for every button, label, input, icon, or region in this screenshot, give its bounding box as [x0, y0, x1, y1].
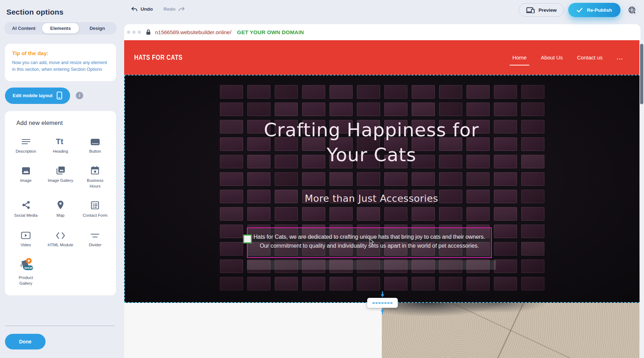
wall-tile [384, 207, 407, 221]
wall-tile [521, 85, 544, 99]
divider [5, 326, 115, 326]
nav-home[interactable]: Home [512, 52, 527, 63]
wall-tile [275, 85, 298, 99]
site-preview-pane: n1566589.websitebuilder.online/ GET YOUR… [124, 24, 640, 358]
element-map[interactable]: Map [43, 199, 78, 219]
edit-mobile-layout-button[interactable]: Edit mobile layout [5, 88, 70, 104]
wall-tile [494, 277, 517, 290]
wall-tile [521, 259, 544, 273]
wall-tile [302, 172, 325, 186]
section-options-panel: Section options AI Content Elements Desi… [0, 0, 121, 358]
divider-icon [90, 228, 100, 239]
wall-tile [494, 137, 517, 151]
wall-tile [494, 190, 517, 203]
wall-tile [247, 102, 270, 116]
element-social-media[interactable]: Social Media [9, 199, 43, 219]
hero-section-selected[interactable]: Crafting Happiness for Your Cats More th… [124, 75, 640, 303]
element-button[interactable]: Button [78, 135, 112, 154]
element-label: Product Gallery [13, 275, 39, 286]
element-label: Description [16, 149, 36, 154]
wall-tile [220, 207, 243, 221]
wall-tile [384, 85, 407, 99]
wall-tile [521, 172, 544, 186]
lock-icon [146, 29, 151, 35]
hero-heading[interactable]: Crafting Happiness for Your Cats [247, 117, 496, 167]
element-description[interactable]: Description [9, 135, 43, 154]
nav-more-ellipsis[interactable]: ... [616, 52, 624, 63]
wall-tile [357, 172, 380, 186]
element-label: Contact Form [83, 213, 107, 219]
site-url[interactable]: n1566589.websitebuilder.online/ [155, 29, 231, 35]
browser-dots [127, 31, 141, 34]
wall-tile [494, 102, 517, 116]
wall-tile [494, 225, 517, 238]
element-label: Social Media [14, 213, 38, 219]
element-divider[interactable]: Divider [78, 228, 112, 248]
element-image[interactable]: Image [9, 164, 43, 189]
nav-contact-us[interactable]: Contact us [576, 52, 603, 63]
html-module-icon [56, 228, 65, 239]
wall-tile [329, 277, 353, 290]
wall-tile [521, 137, 544, 151]
wall-tile [494, 242, 517, 256]
redo-label: Redo [164, 6, 176, 12]
browser-chrome-bar: n1566589.websitebuilder.online/ GET YOUR… [124, 24, 640, 40]
contact-form-icon [91, 199, 99, 210]
wall-tile [521, 102, 544, 116]
redo-button[interactable]: Redo [164, 6, 185, 12]
element-contact-form[interactable]: Contact Form [78, 199, 112, 219]
wall-tile [384, 102, 407, 116]
preview-button[interactable]: Preview [519, 3, 564, 17]
wall-tile [439, 172, 462, 186]
map-icon [57, 199, 64, 210]
mouse-cursor [369, 238, 374, 247]
element-heading[interactable]: Tt Heading [43, 135, 78, 154]
wall-tile [302, 85, 325, 99]
tab-design[interactable]: Design [79, 23, 116, 33]
info-icon[interactable]: i [76, 92, 83, 99]
resize-arrow-up-icon [380, 308, 385, 316]
site-logo[interactable]: HATS FOR CATS [134, 53, 183, 62]
wall-tile [220, 259, 243, 273]
language-globe-button[interactable] [625, 3, 639, 17]
wall-tile [439, 85, 462, 99]
wall-tile [521, 225, 544, 238]
wall-tile [412, 207, 435, 221]
wall-tile [247, 277, 270, 290]
image-gallery-icon [56, 164, 65, 175]
wall-tile [220, 102, 243, 116]
tip-of-the-day-card: Tip of the day: Now you can add, move an… [5, 44, 116, 81]
tab-ai-content[interactable]: AI Content [5, 23, 42, 33]
wall-tile [466, 207, 490, 221]
section-resize-handle[interactable] [367, 298, 398, 308]
element-image-gallery[interactable]: Image Gallery [43, 164, 78, 189]
republish-button[interactable]: Re-Publish [568, 3, 621, 17]
nav-about-us[interactable]: About Us [540, 52, 564, 63]
tip-title: Tip of the day: [12, 50, 110, 56]
edit-mobile-layout-label: Edit mobile layout [13, 93, 53, 98]
undo-label: Undo [141, 6, 153, 12]
tab-elements[interactable]: Elements [42, 23, 79, 33]
element-label: Image [20, 178, 32, 184]
video-icon [21, 228, 31, 239]
wall-tile [412, 277, 435, 290]
product-gallery-icon: SHOP [18, 258, 34, 272]
devices-icon [526, 7, 535, 13]
resize-arrow-down-icon [380, 291, 385, 299]
element-product-gallery[interactable]: SHOP Product Gallery [9, 258, 43, 286]
check-icon [577, 8, 582, 12]
element-business-hours[interactable]: Business Hours [78, 164, 112, 189]
undo-button[interactable]: Undo [131, 6, 153, 12]
hero-subheading[interactable]: More than Just Accessories [247, 193, 496, 204]
site-header: HATS FOR CATS Home About Us Contact us .… [124, 40, 640, 75]
element-html-module[interactable]: HTML Module [43, 228, 78, 248]
wall-tile [494, 259, 517, 273]
resize-handle-left[interactable] [243, 235, 252, 243]
scrollbar-thumb[interactable] [640, 44, 643, 104]
wall-tile [494, 207, 517, 221]
element-video[interactable]: Video [9, 228, 43, 248]
wall-tile [384, 172, 407, 186]
get-domain-link[interactable]: GET YOUR OWN DOMAIN [237, 29, 304, 35]
done-button[interactable]: Done [5, 334, 46, 349]
wall-tile [494, 155, 517, 168]
